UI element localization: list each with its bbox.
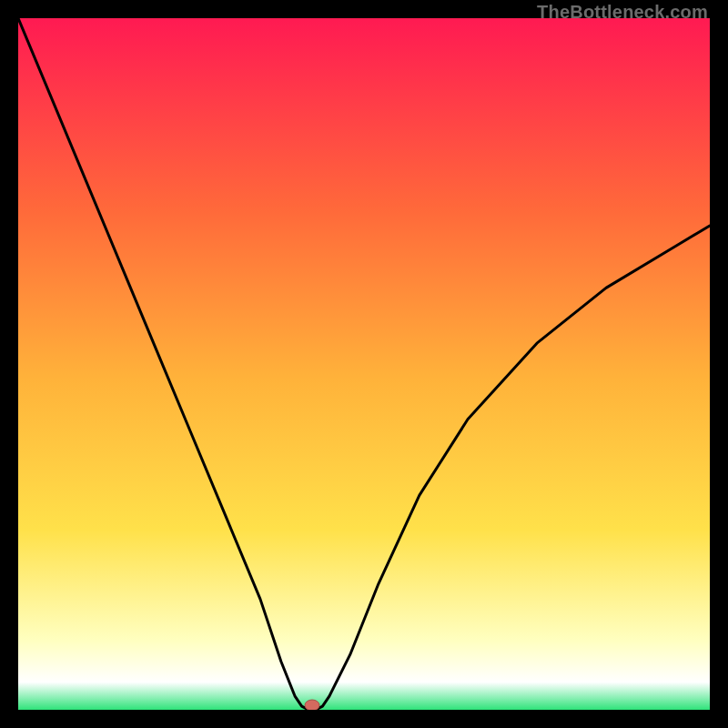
plot-area: [18, 18, 710, 710]
chart-svg: [18, 18, 710, 710]
optimal-point-marker: [305, 700, 319, 710]
watermark-text: TheBottleneck.com: [537, 2, 708, 23]
chart-frame: [18, 18, 710, 710]
gradient-background: [18, 18, 710, 710]
